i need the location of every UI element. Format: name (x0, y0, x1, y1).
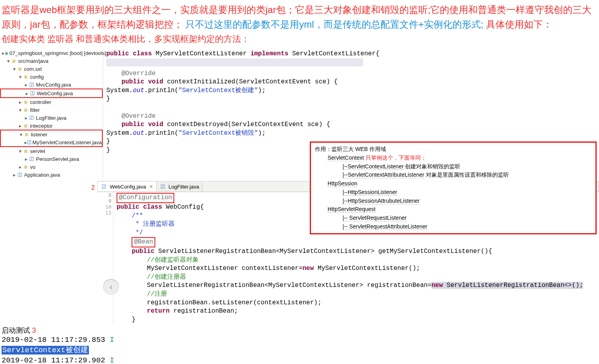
intro-paragraph: 监听器是web框架要用到的三大组件之一，实质就是要用到的类jar包；它是三大对象… (0, 0, 599, 32)
tree-vo[interactable]: ▸⊞vo (0, 163, 103, 171)
tree-config[interactable]: ▾⊞config (0, 73, 103, 81)
tree-webconfig-boxed[interactable]: ▸🄹WebConfig.java (0, 89, 103, 98)
tree-listener-boxed: ▾⊞listener ▸🄹MyServletContextListener.ja… (0, 130, 103, 147)
intro-blue: 只不过这里的配参数不是用yml，而是传统的总配置文件+实例化的形式; (185, 19, 483, 30)
tab-logfilter[interactable]: 🄹LogFilter.java (156, 182, 203, 191)
tab-webconfig[interactable]: 🄹WebConfig.java✕ (98, 182, 156, 191)
tree-interceptor[interactable]: ▸⊞inteceptor (0, 122, 103, 130)
console-log[interactable]: 2019-02-18 11:17:29.853 I ServletContext… (2, 335, 599, 364)
launch-section: 启动测试 3 2019-02-18 11:17:29.853 I Servlet… (0, 326, 599, 364)
tree-listener[interactable]: ▾⊞listener (1, 130, 102, 138)
tree-controller[interactable]: ▸⊞controller (0, 98, 103, 106)
subheading: 创建实体类 监听器 和普通实体类相比，多实现框架约定的方法： (0, 32, 599, 48)
tree-pkg[interactable]: ▾⊞com.sxt (0, 65, 103, 73)
tree-filter[interactable]: ▾⊞filter (0, 106, 103, 114)
tree-project[interactable]: ▸▣07_springboot_springmvc [boot] [devtoo… (0, 49, 103, 57)
tree-personservlet[interactable]: ▸🄹PersonServlet.java (0, 155, 103, 163)
line-gutter: 891011 (97, 192, 113, 324)
ide-section-2: 2 🄹WebConfig.java✕ 🄹LogFilter.java 89101… (0, 181, 599, 324)
tree-mylistener[interactable]: ▸🄹MyServletContextListener.java (1, 138, 102, 146)
project-tree[interactable]: ▸▣07_springboot_springmvc [boot] [devtoo… (0, 48, 103, 179)
tree-application[interactable]: ▸🄹Application.java (0, 171, 103, 179)
step-number-2: 2 (0, 181, 97, 191)
tree-srcmain[interactable]: ▾⊞src/main/java (0, 57, 103, 65)
tree-mvcconfig[interactable]: ▸🄹MvcConfig.java (0, 81, 103, 89)
editor-selection (106, 58, 599, 70)
log-selected: ServletContext被创建 (2, 346, 89, 355)
code-editor-1[interactable]: public class MyServletContextListener im… (103, 48, 599, 155)
tree-servlet[interactable]: ▾⊞servlet (0, 147, 103, 155)
tree-logfilter[interactable]: ▸🄹LogFilter.java (0, 114, 103, 122)
launch-title: 启动测试 3 (2, 326, 599, 335)
info-box: 作用：监听三大 WEB 作用域 ServletContext 只举例这个，下面等… (310, 141, 597, 234)
close-icon[interactable]: ✕ (149, 184, 153, 189)
intro-tail: 具体使用如下： (486, 19, 552, 30)
